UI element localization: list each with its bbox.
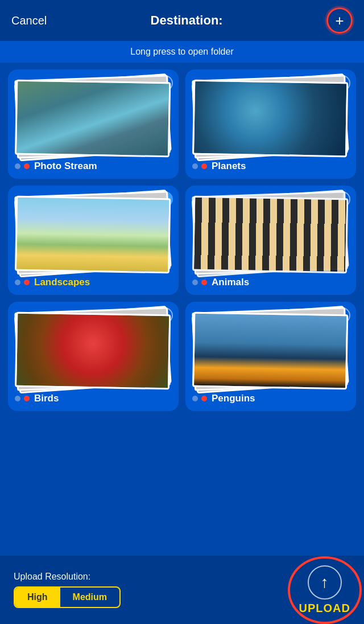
folder-card-landscapes[interactable]: ✓ Landscapes — [8, 186, 179, 295]
cancel-button[interactable]: Cancel — [11, 14, 47, 27]
photo-front — [192, 196, 348, 274]
header: Cancel Destination: + — [0, 0, 364, 41]
photo-stack-penguin — [192, 309, 349, 388]
dot-red — [201, 163, 207, 169]
folder-card-animals[interactable]: ✓ Animals — [185, 186, 356, 295]
resolution-section: Upload Resolution: High Medium — [14, 572, 121, 608]
card-footer: Landscapes — [15, 277, 172, 288]
folder-label: Landscapes — [34, 277, 90, 288]
photo-front — [15, 196, 171, 274]
folder-label: Penguins — [212, 393, 255, 404]
folder-label: Planets — [212, 161, 246, 172]
card-footer: Planets — [192, 161, 349, 172]
upload-label: UPLOAD — [299, 602, 350, 615]
upload-button[interactable]: ↑ UPLOAD — [299, 565, 350, 615]
photo-front — [192, 80, 348, 158]
upload-circle: ↑ — [308, 565, 342, 600]
card-footer: Penguins — [192, 393, 349, 404]
card-footer: Animals — [192, 277, 349, 288]
photo-stack-landscapes — [15, 192, 172, 272]
high-resolution-button[interactable]: High — [15, 588, 60, 607]
dot-red — [24, 280, 30, 285]
dot-blue — [192, 163, 198, 169]
folder-grid: ✓ Photo Stream ✓ Planet — [0, 63, 364, 418]
medium-resolution-button[interactable]: Medium — [60, 588, 119, 607]
scroll-area: ✓ Photo Stream ✓ Planet — [0, 63, 364, 555]
dot-blue — [15, 280, 20, 285]
upload-wrapper: ↑ UPLOAD — [299, 565, 350, 615]
dot-red — [201, 396, 207, 401]
resolution-label: Upload Resolution: — [14, 572, 121, 582]
dot-blue — [15, 396, 20, 401]
add-folder-button[interactable]: + — [326, 7, 353, 34]
folder-label: Birds — [34, 393, 59, 404]
dot-red — [24, 396, 30, 401]
photo-stack-parrot — [15, 309, 172, 388]
upload-arrow-icon: ↑ — [321, 574, 329, 590]
photo-stack-photo-stream — [15, 76, 172, 156]
folder-card-parrot[interactable]: ✓ Birds — [8, 302, 179, 411]
dot-blue — [192, 280, 198, 285]
folder-label: Photo Stream — [34, 161, 97, 172]
bottom-bar: Upload Resolution: High Medium ↑ UPLOAD — [0, 556, 364, 624]
dot-blue — [192, 396, 198, 401]
resolution-toggle: High Medium — [14, 586, 121, 608]
hint-text: Long press to open folder — [130, 47, 233, 56]
folder-card-planets[interactable]: ✓ Planets — [185, 69, 356, 179]
folder-card-photo-stream[interactable]: ✓ Photo Stream — [8, 69, 179, 179]
folder-card-penguin[interactable]: ✓ Penguins — [185, 302, 356, 411]
photo-front — [15, 80, 171, 158]
dot-red — [201, 280, 207, 285]
page-title: Destination: — [151, 13, 223, 28]
card-footer: Photo Stream — [15, 161, 172, 172]
folder-label: Animals — [212, 277, 249, 288]
photo-front — [192, 312, 348, 390]
dot-blue — [15, 163, 20, 169]
hint-bar: Long press to open folder — [0, 41, 364, 63]
photo-front — [15, 312, 171, 390]
photo-stack-animals — [192, 192, 349, 272]
card-footer: Birds — [15, 393, 172, 404]
dot-red — [24, 163, 30, 169]
photo-stack-planets — [192, 76, 349, 156]
